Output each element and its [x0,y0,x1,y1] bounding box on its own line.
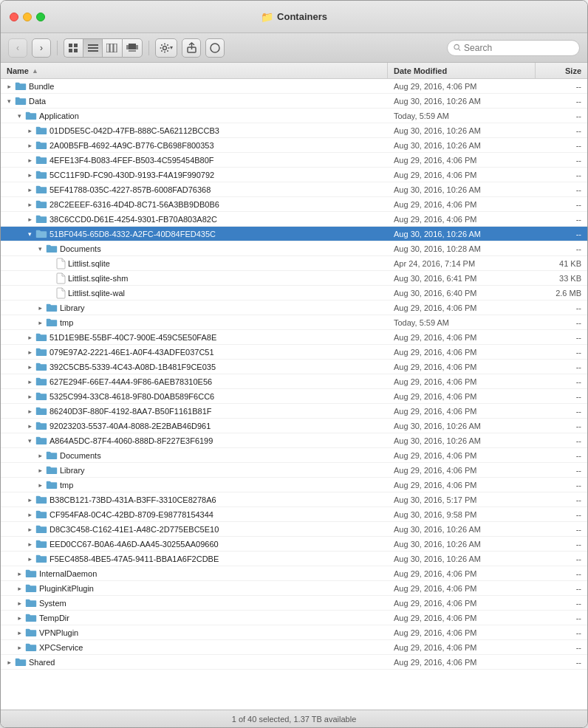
disclosure-triangle[interactable]: ▾ [36,304,44,312]
table-row[interactable]: ▾ B38CB121-73BD-431A-B3FF-3310CE8278A6 A… [1,492,587,507]
table-row[interactable]: ▾ 4EFE13F4-B083-4FEF-B503-4C595454B80F A… [1,153,587,168]
table-row[interactable]: ▾ 079E97A2-2221-46E1-A0F4-43ADFE037C51 A… [1,345,587,360]
table-row[interactable]: ▾ Littlist.sqlite Apr 24, 2016, 7:14 PM … [1,256,587,271]
file-list[interactable]: ▾ Bundle Aug 29, 2016, 4:06 PM -- ▾ Data… [1,79,587,710]
table-row[interactable]: ▾ 5CC11F9D-FC90-430D-9193-F4A19F990792 A… [1,168,587,182]
disclosure-triangle[interactable]: ▾ [36,452,44,459]
view-list-button[interactable] [83,38,102,58]
disclosure-triangle[interactable]: ▾ [26,363,33,371]
disclosure-triangle[interactable]: ▾ [36,481,44,489]
table-row[interactable]: ▾ Littlist.sqlite-shm Aug 30, 2016, 6:41… [1,271,587,286]
disclosure-triangle[interactable]: ▾ [26,393,33,400]
file-size: -- [576,495,581,504]
table-row[interactable]: ▾ Library Aug 29, 2016, 4:06 PM -- [1,301,587,315]
table-row[interactable]: ▾ A864A5DC-87F4-4060-888D-8F227E3F6199 A… [1,433,587,448]
action-button[interactable]: ▾ [155,38,177,58]
disclosure-triangle[interactable]: ▾ [26,127,33,134]
disclosure-triangle[interactable]: ▾ [16,570,23,577]
disclosure-triangle[interactable]: ▾ [26,171,33,179]
share-button[interactable] [182,38,201,58]
table-row[interactable]: ▾ Littlist.sqlite-wal Aug 30, 2016, 6:40… [1,286,587,301]
disclosure-triangle[interactable]: ▾ [16,585,23,592]
table-row[interactable]: ▾ 2A00B5FB-4692-4A9C-B776-CB698F800353 A… [1,138,587,153]
view-cover-button[interactable] [122,38,143,58]
disclosure-triangle[interactable]: ▾ [16,112,23,120]
disclosure-triangle[interactable]: ▾ [26,496,33,504]
disclosure-triangle[interactable]: ▾ [16,644,23,651]
back-button[interactable]: ‹ [8,38,27,58]
disclosure-triangle[interactable]: ▾ [5,97,13,105]
disclosure-triangle[interactable]: ▾ [26,186,33,193]
disclosure-triangle[interactable]: ▾ [26,526,33,533]
disclosure-triangle[interactable]: ▾ [16,614,23,622]
disclosure-triangle[interactable]: ▾ [26,201,33,208]
tag-button[interactable] [205,38,225,58]
table-row[interactable]: ▾ Documents Aug 30, 2016, 10:28 AM -- [1,241,587,256]
table-row[interactable]: ▾ 86240D3F-880F-4192-8AA7-B50F1161B81F A… [1,404,587,419]
close-button[interactable] [10,13,18,21]
table-row[interactable]: ▾ 38C6CCD0-D61E-4254-9301-FB70A803A82C A… [1,212,587,227]
svg-rect-3 [74,49,78,52]
table-row[interactable]: ▾ VPNPlugin Aug 29, 2016, 4:06 PM -- [1,625,587,640]
table-row[interactable]: ▾ Shared Aug 29, 2016, 4:06 PM -- [1,655,587,670]
table-row[interactable]: ▾ Bundle Aug 29, 2016, 4:06 PM -- [1,79,587,94]
view-columns-button[interactable] [102,38,122,58]
table-row[interactable]: ▾ 28C2EEEF-6316-4D4D-8C71-56A3BB9DB0B6 A… [1,197,587,212]
table-row[interactable]: ▾ Library Aug 29, 2016, 4:06 PM -- [1,463,587,478]
table-row[interactable]: ▾ 392C5CB5-5339-4C43-A08D-1B481F9CE035 A… [1,360,587,374]
forward-button[interactable]: › [32,38,51,58]
search-box[interactable] [447,40,580,56]
table-row[interactable]: ▾ TempDir Aug 29, 2016, 4:06 PM -- [1,611,587,625]
disclosure-triangle[interactable]: ▾ [26,142,33,149]
disclosure-triangle[interactable]: ▾ [26,230,33,238]
disclosure-triangle[interactable]: ▾ [26,422,33,430]
disclosure-triangle[interactable]: ▾ [26,511,33,518]
file-name: Documents [60,244,101,253]
table-row[interactable]: ▾ Data Aug 30, 2016, 10:26 AM -- [1,94,587,109]
disclosure-triangle[interactable]: ▾ [26,348,33,356]
table-row[interactable]: ▾ 51BF0445-65D8-4332-A2FC-40D84FED435C A… [1,227,587,241]
table-row[interactable]: ▾ CF954FA8-0C4C-42BD-8709-E98778154344 A… [1,507,587,522]
col-date-header[interactable]: Date Modified [388,63,536,78]
disclosure-triangle[interactable]: ▾ [36,245,44,253]
search-input[interactable] [464,43,573,53]
disclosure-triangle[interactable]: ▾ [16,600,23,607]
table-row[interactable]: ▾ EED0CC67-B0A6-4A6D-AA45-30255AA09660 A… [1,537,587,552]
file-date-cell: Aug 30, 2016, 5:17 PM [388,492,536,506]
view-icon-button[interactable] [64,38,83,58]
disclosure-triangle[interactable]: ▾ [16,629,23,636]
disclosure-triangle[interactable]: ▾ [26,157,33,164]
disclosure-triangle[interactable]: ▾ [26,555,33,563]
disclosure-triangle[interactable]: ▾ [36,467,44,474]
table-row[interactable]: ▾ 627E294F-66E7-44A4-9F86-6AEB78310E56 A… [1,374,587,389]
table-row[interactable]: ▾ 01DD5E5C-042D-47FB-888C-5A62112BCCB3 A… [1,123,587,138]
disclosure-triangle[interactable]: ▾ [26,334,33,341]
table-row[interactable]: ▾ Documents Aug 29, 2016, 4:06 PM -- [1,448,587,463]
disclosure-triangle[interactable]: ▾ [5,659,13,666]
table-row[interactable]: ▾ tmp Today, 5:59 AM -- [1,315,587,330]
table-row[interactable]: ▾ 51D1E9BE-55BF-40C7-900E-459C5E50FA8E A… [1,330,587,345]
table-row[interactable]: ▾ Application Today, 5:59 AM -- [1,109,587,123]
disclosure-triangle[interactable]: ▾ [5,83,13,90]
disclosure-triangle[interactable]: ▾ [26,378,33,385]
disclosure-triangle[interactable]: ▾ [26,540,33,548]
table-row[interactable]: ▾ InternalDaemon Aug 29, 2016, 4:06 PM -… [1,566,587,581]
table-row[interactable]: ▾ F5EC4858-4BE5-47A5-9411-BBA1A6F2CDBE A… [1,552,587,566]
col-name-header[interactable]: Name ▲ [1,63,388,78]
disclosure-triangle[interactable]: ▾ [26,437,33,444]
table-row[interactable]: ▾ System Aug 29, 2016, 4:06 PM -- [1,596,587,611]
disclosure-triangle[interactable]: ▾ [26,408,33,415]
table-row[interactable]: ▾ 5EF41788-035C-4227-857B-6008FAD76368 A… [1,182,587,197]
table-row[interactable]: ▾ 92023203-5537-40A4-8088-2E2BAB46D961 A… [1,419,587,433]
disclosure-triangle[interactable]: ▾ [26,216,33,223]
table-row[interactable]: ▾ tmp Aug 29, 2016, 4:06 PM -- [1,478,587,492]
col-size-header[interactable]: Size [536,63,587,78]
minimize-button[interactable] [23,13,32,21]
disclosure-triangle[interactable]: ▾ [36,319,44,326]
table-row[interactable]: ▾ D8C3C458-C162-41E1-A48C-2D775EBC5E10 A… [1,522,587,537]
maximize-button[interactable] [36,13,45,21]
table-row[interactable]: ▾ XPCService Aug 29, 2016, 4:06 PM -- [1,640,587,655]
table-row[interactable]: ▾ PluginKitPlugin Aug 29, 2016, 4:06 PM … [1,581,587,596]
separator-2 [148,41,149,55]
table-row[interactable]: ▾ 5325C994-33C8-4618-9F80-D0AB589F6CC6 A… [1,389,587,404]
